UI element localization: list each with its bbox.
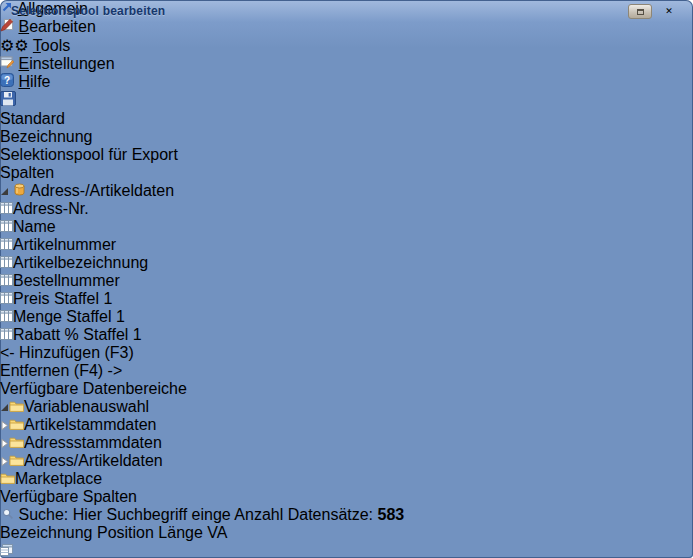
toolbar-button-hilfe[interactable]: ? Hilfe [0,73,693,91]
app-window: Selektionspool bearbeiten ✕ Allgemein Be… [0,0,693,558]
group-label: Verfügbare Spalten [0,488,137,505]
table-columns-icon [0,326,13,343]
table-columns-icon [0,236,13,253]
column-header-bezeichnung[interactable]: Bezeichnung [0,524,93,541]
column-header-position[interactable]: Position [97,524,154,541]
tree-item-root[interactable]: Adress-/Artikeldaten [0,182,693,200]
folder-icon [0,470,15,487]
tree-item-label: Artikelnummer [13,236,116,253]
group-verfuegbare-spalten: Verfügbare Spalten Suche: Hier Suchbegri… [0,488,693,558]
column-header-laenge[interactable]: Länge [158,524,203,541]
tree-item[interactable]: Adressstammdaten [0,434,693,452]
tree-item-label: Marketplace [15,470,102,487]
table-columns-icon [0,200,13,217]
close-icon: ✕ [665,7,673,16]
tree-item-label: Artikelbezeichnung [13,254,148,271]
tree-item-label: Menge Staffel 1 [13,308,125,325]
column-header-va[interactable]: VA [207,524,227,541]
search-input[interactable]: Suche: Hier Suchbegriff einge Anzahl Dat… [0,506,693,524]
group-label: Bezeichnung [0,128,93,145]
settings-window-icon [0,55,18,72]
bezeichnung-combobox[interactable]: Selektionspool für Export [0,146,693,164]
toolbar-label: Tools [33,37,70,54]
table-columns-icon [0,290,13,307]
folder-icon [9,452,24,469]
table-header-row: Bezeichnung Position Länge VA [0,524,693,542]
tree-item-label: Adress-/Artikeldaten [30,182,174,199]
folder-icon [9,398,24,415]
tree-item-label: Preis Staffel 1 [13,290,112,307]
column-chooser-icon[interactable] [0,542,13,558]
tree-item[interactable]: Artikelnummer [0,236,693,254]
expander-closed-icon[interactable] [0,434,9,451]
remove-button[interactable]: Entfernen (F4) -> [0,362,693,380]
tree-item[interactable]: Rabatt % Staffel 1 [0,326,693,344]
record-count-value: 583 [378,506,405,523]
search-label: Suche: [18,506,68,523]
record-count: Anzahl Datensätze: 583 [234,506,404,523]
content-panel: Bezeichnung Selektionspool für Export Sp… [0,128,693,558]
tree-item-label: Name [13,218,56,235]
gears-icon: ⚙⚙ [0,37,33,54]
spalten-tree: Adress-/ArtikeldatenAdress-Nr.NameArtike… [0,182,693,344]
restore-icon [637,9,644,15]
table-columns-icon [0,218,13,235]
tree-item[interactable]: Name [0,218,693,236]
tree-item[interactable]: Adress-Nr. [0,200,693,218]
toolbar-label: Einstellungen [18,55,114,72]
datenbereiche-tree: VariablenauswahlArtikelstammdatenAdresss… [0,398,693,488]
expander-closed-icon[interactable] [0,416,9,433]
tree-item-label: Artikelstammdaten [24,416,157,433]
tab-standard[interactable]: Standard [0,110,693,128]
table-columns-icon [0,272,13,289]
combobox-value: Selektionspool für Export [0,146,178,163]
tree-item-root[interactable]: Variablenauswahl [0,398,693,416]
tree-item[interactable]: Menge Staffel 1 [0,308,693,326]
search-placeholder: Hier Suchbegriff einge [73,506,231,523]
group-label: Verfügbare Datenbereiche [0,380,187,397]
search-icon [2,506,18,523]
tree-item[interactable]: Bestellnummer [0,272,693,290]
restore-button[interactable] [628,4,652,19]
toolbar-button-einstellungen[interactable]: Einstellungen [0,55,693,73]
toolbar-button-tools[interactable]: ⚙⚙ Tools [0,36,693,55]
database-icon [13,182,26,199]
tree-item[interactable]: Artikelbezeichnung [0,254,693,272]
titlebar[interactable]: Selektionspool bearbeiten ✕ [0,0,693,22]
group-spalten: Spalten Adress-/ArtikeldatenAdress-Nr.Na… [0,164,693,344]
tree-item-label: Adress-Nr. [13,200,89,217]
table-columns-icon [0,254,13,271]
group-label: Spalten [0,164,54,181]
expander-closed-icon[interactable] [0,452,9,469]
expander-open-icon[interactable] [0,182,9,199]
tree-item-label: Adress/Artikeldaten [24,452,163,469]
tree-item-label: Adressstammdaten [24,434,162,451]
tree-item[interactable]: Adress/Artikeldaten [0,452,693,470]
tree-item-label: Rabatt % Staffel 1 [13,326,142,343]
tree-item[interactable]: Marketplace [0,470,693,488]
add-button[interactable]: <- Hinzufügen (F3) [0,344,693,362]
group-bezeichnung: Bezeichnung Selektionspool für Export [0,128,693,164]
window-title: Selektionspool bearbeiten [11,4,165,18]
tree-item-label: Variablenauswahl [24,398,149,415]
tree-item[interactable]: Preis Staffel 1 [0,290,693,308]
save-button[interactable] [0,91,693,110]
folder-icon [9,416,24,433]
close-button[interactable]: ✕ [654,4,684,19]
tree-item-label: Bestellnummer [13,272,120,289]
toolbar-label: Hilfe [18,73,50,90]
svg-text:?: ? [4,75,10,86]
group-datenbereiche: Verfügbare Datenbereiche Variablenauswah… [0,380,693,488]
help-icon: ? [0,73,18,90]
expander-open-icon[interactable] [0,398,9,415]
tree-item[interactable]: Artikelstammdaten [0,416,693,434]
save-icon [0,92,16,109]
folder-icon [9,434,24,451]
table-columns-icon [0,308,13,325]
